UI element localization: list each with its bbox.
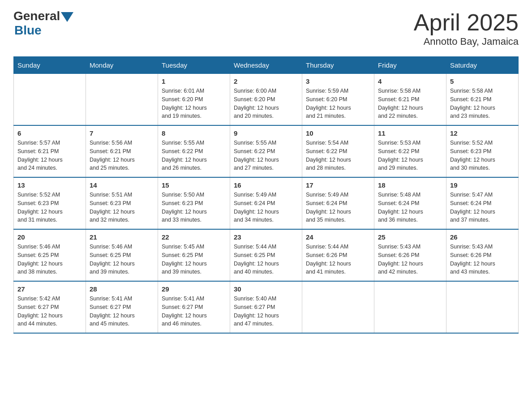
day-number: 20 <box>17 233 82 241</box>
calendar-cell: 22Sunrise: 5:45 AMSunset: 6:25 PMDayligh… <box>158 229 230 281</box>
day-of-week-header: Monday <box>86 57 158 74</box>
calendar-cell: 29Sunrise: 5:41 AMSunset: 6:27 PMDayligh… <box>158 281 230 333</box>
calendar-cell <box>86 74 158 126</box>
day-info: Sunrise: 5:43 AMSunset: 6:26 PMDaylight:… <box>378 243 442 276</box>
calendar-week-row: 6Sunrise: 5:57 AMSunset: 6:21 PMDaylight… <box>14 125 519 177</box>
calendar-cell: 6Sunrise: 5:57 AMSunset: 6:21 PMDaylight… <box>14 125 86 177</box>
day-number: 12 <box>450 129 515 137</box>
day-of-week-header: Sunday <box>14 57 86 74</box>
day-info: Sunrise: 5:44 AMSunset: 6:26 PMDaylight:… <box>306 243 370 276</box>
day-number: 26 <box>450 233 515 241</box>
calendar-cell: 25Sunrise: 5:43 AMSunset: 6:26 PMDayligh… <box>374 229 446 281</box>
day-info: Sunrise: 5:49 AMSunset: 6:24 PMDaylight:… <box>306 191 370 224</box>
calendar-cell: 27Sunrise: 5:42 AMSunset: 6:27 PMDayligh… <box>14 281 86 333</box>
day-info: Sunrise: 5:54 AMSunset: 6:22 PMDaylight:… <box>306 139 370 172</box>
calendar-cell: 8Sunrise: 5:55 AMSunset: 6:22 PMDaylight… <box>158 125 230 177</box>
day-of-week-header: Thursday <box>302 57 374 74</box>
day-number: 22 <box>162 233 226 241</box>
calendar-week-row: 27Sunrise: 5:42 AMSunset: 6:27 PMDayligh… <box>14 281 519 333</box>
day-info: Sunrise: 5:55 AMSunset: 6:22 PMDaylight:… <box>234 139 298 172</box>
day-info: Sunrise: 5:46 AMSunset: 6:25 PMDaylight:… <box>17 243 82 276</box>
day-of-week-header: Wednesday <box>230 57 302 74</box>
day-of-week-header: Saturday <box>446 57 519 74</box>
calendar-table: SundayMondayTuesdayWednesdayThursdayFrid… <box>13 56 519 334</box>
calendar-cell: 3Sunrise: 5:59 AMSunset: 6:20 PMDaylight… <box>302 74 374 126</box>
day-info: Sunrise: 5:57 AMSunset: 6:21 PMDaylight:… <box>17 139 82 172</box>
calendar-week-row: 20Sunrise: 5:46 AMSunset: 6:25 PMDayligh… <box>14 229 519 281</box>
day-info: Sunrise: 6:01 AMSunset: 6:20 PMDaylight:… <box>162 87 226 120</box>
day-number: 18 <box>378 181 442 189</box>
calendar-cell: 21Sunrise: 5:46 AMSunset: 6:25 PMDayligh… <box>86 229 158 281</box>
calendar-cell: 5Sunrise: 5:58 AMSunset: 6:21 PMDaylight… <box>446 74 519 126</box>
day-number: 17 <box>306 181 370 189</box>
day-info: Sunrise: 6:00 AMSunset: 6:20 PMDaylight:… <box>234 87 298 120</box>
day-number: 6 <box>17 129 82 137</box>
calendar-cell: 11Sunrise: 5:53 AMSunset: 6:22 PMDayligh… <box>374 125 446 177</box>
calendar-cell: 4Sunrise: 5:58 AMSunset: 6:21 PMDaylight… <box>374 74 446 126</box>
calendar-header: SundayMondayTuesdayWednesdayThursdayFrid… <box>14 57 519 74</box>
days-of-week-row: SundayMondayTuesdayWednesdayThursdayFrid… <box>14 57 519 74</box>
day-number: 30 <box>234 285 298 293</box>
calendar-cell: 30Sunrise: 5:40 AMSunset: 6:27 PMDayligh… <box>230 281 302 333</box>
page-subtitle: Annotto Bay, Jamaica <box>414 36 519 47</box>
page-title: April 2025 <box>414 9 519 36</box>
day-number: 5 <box>450 77 515 85</box>
calendar-cell: 7Sunrise: 5:56 AMSunset: 6:21 PMDaylight… <box>86 125 158 177</box>
day-number: 29 <box>162 285 226 293</box>
day-info: Sunrise: 5:52 AMSunset: 6:23 PMDaylight:… <box>17 191 82 224</box>
calendar-week-row: 1Sunrise: 6:01 AMSunset: 6:20 PMDaylight… <box>14 74 519 126</box>
day-number: 11 <box>378 129 442 137</box>
day-number: 14 <box>90 181 154 189</box>
calendar-cell: 14Sunrise: 5:51 AMSunset: 6:23 PMDayligh… <box>86 177 158 229</box>
day-info: Sunrise: 5:52 AMSunset: 6:23 PMDaylight:… <box>450 139 515 172</box>
day-number: 16 <box>234 181 298 189</box>
title-block: April 2025 Annotto Bay, Jamaica <box>414 9 519 47</box>
calendar-cell: 15Sunrise: 5:50 AMSunset: 6:23 PMDayligh… <box>158 177 230 229</box>
day-number: 25 <box>378 233 442 241</box>
calendar-cell <box>374 281 446 333</box>
calendar-cell: 2Sunrise: 6:00 AMSunset: 6:20 PMDaylight… <box>230 74 302 126</box>
day-info: Sunrise: 5:53 AMSunset: 6:22 PMDaylight:… <box>378 139 442 172</box>
calendar-body: 1Sunrise: 6:01 AMSunset: 6:20 PMDaylight… <box>14 74 519 334</box>
day-number: 1 <box>162 77 226 85</box>
day-info: Sunrise: 5:50 AMSunset: 6:23 PMDaylight:… <box>162 191 226 224</box>
day-number: 15 <box>162 181 226 189</box>
calendar-cell: 18Sunrise: 5:48 AMSunset: 6:24 PMDayligh… <box>374 177 446 229</box>
day-number: 3 <box>306 77 370 85</box>
logo-general-text: General <box>13 9 60 23</box>
calendar-cell: 19Sunrise: 5:47 AMSunset: 6:24 PMDayligh… <box>446 177 519 229</box>
day-number: 9 <box>234 129 298 137</box>
day-info: Sunrise: 5:55 AMSunset: 6:22 PMDaylight:… <box>162 139 226 172</box>
day-number: 28 <box>90 285 154 293</box>
day-info: Sunrise: 5:42 AMSunset: 6:27 PMDaylight:… <box>17 295 82 328</box>
day-number: 4 <box>378 77 442 85</box>
calendar-cell: 13Sunrise: 5:52 AMSunset: 6:23 PMDayligh… <box>14 177 86 229</box>
logo: General Blue <box>13 9 73 38</box>
calendar-cell: 28Sunrise: 5:41 AMSunset: 6:27 PMDayligh… <box>86 281 158 333</box>
calendar-cell: 16Sunrise: 5:49 AMSunset: 6:24 PMDayligh… <box>230 177 302 229</box>
page-header: General Blue April 2025 Annotto Bay, Jam… <box>13 9 519 47</box>
day-info: Sunrise: 5:45 AMSunset: 6:25 PMDaylight:… <box>162 243 226 276</box>
day-info: Sunrise: 5:51 AMSunset: 6:23 PMDaylight:… <box>90 191 154 224</box>
day-info: Sunrise: 5:41 AMSunset: 6:27 PMDaylight:… <box>162 295 226 328</box>
calendar-cell: 24Sunrise: 5:44 AMSunset: 6:26 PMDayligh… <box>302 229 374 281</box>
day-info: Sunrise: 5:59 AMSunset: 6:20 PMDaylight:… <box>306 87 370 120</box>
day-info: Sunrise: 5:49 AMSunset: 6:24 PMDaylight:… <box>234 191 298 224</box>
day-info: Sunrise: 5:41 AMSunset: 6:27 PMDaylight:… <box>90 295 154 328</box>
calendar-week-row: 13Sunrise: 5:52 AMSunset: 6:23 PMDayligh… <box>14 177 519 229</box>
day-number: 27 <box>17 285 82 293</box>
day-info: Sunrise: 5:44 AMSunset: 6:25 PMDaylight:… <box>234 243 298 276</box>
calendar-cell: 17Sunrise: 5:49 AMSunset: 6:24 PMDayligh… <box>302 177 374 229</box>
day-number: 13 <box>17 181 82 189</box>
calendar-cell: 1Sunrise: 6:01 AMSunset: 6:20 PMDaylight… <box>158 74 230 126</box>
calendar-cell: 20Sunrise: 5:46 AMSunset: 6:25 PMDayligh… <box>14 229 86 281</box>
day-of-week-header: Friday <box>374 57 446 74</box>
day-info: Sunrise: 5:46 AMSunset: 6:25 PMDaylight:… <box>90 243 154 276</box>
day-number: 24 <box>306 233 370 241</box>
day-number: 2 <box>234 77 298 85</box>
day-number: 23 <box>234 233 298 241</box>
calendar-cell <box>14 74 86 126</box>
logo-triangle-icon <box>61 12 73 22</box>
calendar-cell: 23Sunrise: 5:44 AMSunset: 6:25 PMDayligh… <box>230 229 302 281</box>
calendar-cell <box>302 281 374 333</box>
